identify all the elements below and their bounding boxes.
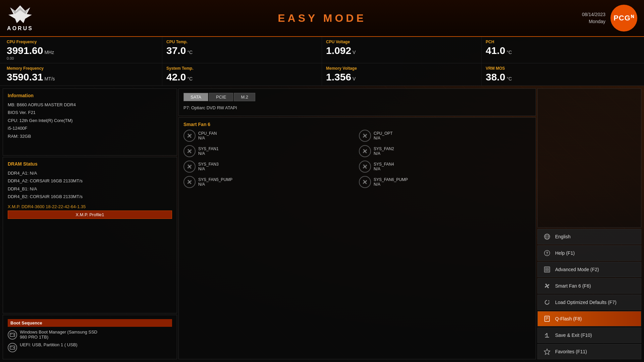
info-title: Information (8, 93, 172, 98)
info-ram: RAM: 32GB (8, 132, 172, 140)
mem-volt-unit: V (353, 76, 356, 81)
cpu-freq-unit: MHz (44, 50, 54, 55)
menu-item-english[interactable]: English (537, 229, 641, 244)
menu-item-smartfan[interactable]: Smart Fan 6 (F6) (537, 278, 641, 294)
menu-favorites-label: Favorites (F11) (555, 349, 587, 354)
date-text: 08/14/2023 (582, 11, 605, 18)
dram-slot3: DDR4_B1: N/A (8, 185, 172, 193)
cpu-freq-value: 3991.60 (7, 45, 43, 56)
globe-icon (543, 233, 551, 241)
pch-unit: °C (506, 50, 512, 55)
cpu-temp-unit: °C (187, 50, 193, 55)
svg-point-4 (13, 335, 14, 336)
fan-sys2-icon (359, 145, 371, 157)
info-panel: Information MB: B660 AORUS MASTER DDR4 B… (3, 88, 177, 156)
header-right: 08/14/2023 Monday PCGᴺ (582, 5, 637, 32)
svg-rect-27 (545, 270, 547, 271)
fan-sys1-icon (183, 145, 196, 157)
metrics-bar-2: Memory Frequency 3590.31 MT/s System Tem… (0, 63, 644, 86)
svg-point-13 (189, 166, 191, 168)
menu-defaults-label: Load Optimized Defaults (F7) (555, 300, 616, 305)
smart-fan-title: Smart Fan 6 (183, 122, 531, 127)
svg-point-10 (364, 135, 366, 137)
storage-panel: SATA PCIE M.2 P7: Optiarc DVD RW ATAPI (178, 88, 536, 116)
logo: AORUS (7, 5, 34, 32)
pcgn-badge: PCGᴺ (610, 5, 637, 32)
svg-rect-26 (547, 268, 549, 269)
fan-cpu-opt-icon (359, 130, 371, 142)
dram-slot2: DDR4_A2: CORSAIR 16GB 2133MT/s (8, 177, 172, 185)
fan-sys2: SYS_FAN2 N/A (359, 145, 531, 157)
boot-panel: Boot Sequence Windows Boot Manager (Sams… (3, 315, 177, 359)
pch-value: 41.0 (486, 45, 505, 56)
pch-metric: PCH 41.0 °C (482, 37, 641, 63)
xmp-profile-bar[interactable]: X.M.P. Profile1 (8, 210, 172, 219)
fan-sys3: SYS_FAN3 N/A (183, 161, 356, 173)
favorites-icon (543, 348, 551, 356)
usb-icon (8, 343, 17, 352)
mem-freq-metric: Memory Frequency 3590.31 MT/s (3, 63, 162, 85)
sidebar-menu: English ? Help (F1) (537, 229, 641, 359)
dram-panel: DRAM Status DDR4_A1: N/A DDR4_A2: CORSAI… (3, 157, 177, 313)
day-text: Monday (582, 18, 605, 25)
info-mb: MB: B660 AORUS MASTER DDR4 (8, 101, 172, 109)
svg-rect-24 (544, 267, 550, 272)
tab-pcie[interactable]: PCIE (209, 93, 233, 101)
menu-smartfan-label: Smart Fan 6 (F6) (555, 283, 591, 289)
mem-volt-value: 1.356 (326, 71, 351, 83)
svg-marker-35 (544, 349, 550, 355)
page-wrapper: AORUS EASY MODE 08/14/2023 Monday PCGᴺ C… (0, 0, 644, 362)
menu-item-qflash[interactable]: Q-Flash (F8) (537, 311, 641, 326)
menu-advanced-label: Advanced Mode (F2) (555, 267, 599, 272)
left-column: Information MB: B660 AORUS MASTER DDR4 B… (3, 88, 177, 359)
menu-qflash-label: Q-Flash (F8) (555, 316, 582, 321)
vrm-value: 38.0 (486, 71, 505, 83)
defaults-icon (543, 298, 551, 306)
qflash-icon (543, 315, 551, 323)
info-bios: BIOS Ver. F21 (8, 109, 172, 116)
menu-item-save-exit[interactable]: Save & Exit (F10) (537, 327, 641, 343)
svg-point-12 (364, 150, 366, 152)
cpu-volt-value: 1.092 (326, 45, 351, 56)
menu-item-advanced[interactable]: Advanced Mode (F2) (537, 262, 641, 277)
save-exit-icon (543, 331, 551, 339)
right-col-top-space (537, 88, 641, 228)
menu-item-favorites[interactable]: Favorites (F11) (537, 344, 641, 359)
fan-sys5-pump: SYS_FAN5_PUMP N/A (183, 176, 356, 188)
svg-point-11 (189, 150, 191, 152)
fan-sys4: SYS_FAN4 N/A (359, 161, 531, 173)
fan-grid: CPU_FAN N/A (183, 130, 531, 188)
cpu-volt-metric: CPU Voltage 1.092 V (322, 37, 482, 63)
help-icon: ? (543, 249, 551, 257)
boot-item-1[interactable]: Windows Boot Manager (Samsung SSD980 PRO… (8, 329, 172, 340)
tab-sata[interactable]: SATA (183, 93, 208, 101)
boot-item-2[interactable]: UEFI: USB, Partition 1 ( USB) (8, 342, 172, 352)
mem-freq-value: 3590.31 (7, 71, 43, 83)
fan-sys6-pump: SYS_FAN6_PUMP N/A (359, 176, 531, 188)
dram-content: DDR4_A1: N/A DDR4_A2: CORSAIR 16GB 2133M… (8, 169, 172, 201)
svg-point-14 (364, 166, 366, 168)
info-cpu2: i5-12400F (8, 124, 172, 132)
fan-cpu-fan-icon (183, 130, 196, 142)
cpu-freq-sub: 0.00 (7, 56, 158, 60)
fan-sys6-pump-icon (359, 176, 371, 188)
datetime: 08/14/2023 Monday (582, 11, 605, 25)
vrm-metric: VRM MOS 38.0 °C (482, 63, 641, 85)
fan-cpu-opt: CPU_OPT N/A (359, 130, 531, 142)
storage-tabs: SATA PCIE M.2 (183, 93, 531, 101)
smartfan-icon (543, 282, 551, 290)
tab-m2[interactable]: M.2 (234, 93, 255, 101)
logo-text: AORUS (7, 25, 33, 32)
svg-point-16 (364, 181, 366, 183)
menu-item-defaults[interactable]: Load Optimized Defaults (F7) (537, 295, 641, 310)
cpu-volt-unit: V (353, 50, 356, 55)
info-content: MB: B660 AORUS MASTER DDR4 BIOS Ver. F21… (8, 101, 172, 140)
smart-fan-panel: Smart Fan 6 (178, 117, 536, 359)
aorus-eagle-icon (7, 5, 34, 25)
header: AORUS EASY MODE 08/14/2023 Monday PCGᴺ (0, 0, 644, 37)
menu-item-help[interactable]: ? Help (F1) (537, 245, 641, 261)
menu-english-label: English (555, 234, 571, 239)
dram-slot4: DDR4_B2: CORSAIR 16GB 2133MT/s (8, 193, 172, 200)
advanced-mode-icon (543, 265, 551, 274)
main-content: Information MB: B660 AORUS MASTER DDR4 B… (0, 86, 644, 362)
